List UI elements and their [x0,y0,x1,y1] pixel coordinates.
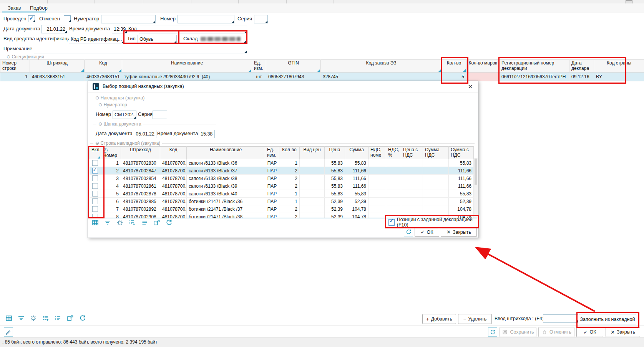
minus-icon: − [463,317,466,322]
barcode-input[interactable] [543,314,578,323]
invoice-row[interactable]: 4 4810787002861 481078700... сапоги /613… [90,182,474,190]
export-icon[interactable] [66,314,75,322]
modal-table-scrollbar[interactable] [474,158,478,218]
seriya-label: Серия [237,15,252,23]
plus-icon: + [426,317,429,322]
floppy-icon [502,329,508,335]
modal-title: Выбор позиций накладных (закупка) [103,84,184,89]
sklad-label: Склад [183,35,198,43]
tip-label: Тип [127,35,136,43]
gear-icon[interactable] [116,218,124,227]
nomer-input[interactable] [178,15,234,23]
vid-sredstva-input[interactable]: Код РБ идентификац... [69,35,124,43]
note-label: Примечание [3,45,32,53]
row-include-checkbox[interactable] [92,191,98,197]
modal-refresh-button[interactable] [404,228,413,236]
spec-table: Номер строки Штрихкод Код Наименование Е… [0,59,644,81]
invoice-row[interactable]: 2 4810787002847 481078700... сапоги /613… [90,167,474,175]
modal-invoice-positions: Выбор позиций накладных (закупка) ✕ ⊖ На… [88,81,478,238]
declaration-filter-control[interactable]: Позиции с заданной декларацией (F10) [388,218,478,226]
list-icon[interactable] [54,314,62,322]
invoice-row[interactable]: 1 4810787002830 481078700... сапоги /613… [90,159,474,167]
invoice-row[interactable]: 6 4810787002885 481078700... ботинки /21… [90,198,474,205]
nomer-column-header: ∧Номер [101,147,121,159]
refresh-icon[interactable] [78,314,87,322]
row-include-checkbox[interactable] [92,214,98,218]
numerator-input[interactable] [101,15,156,23]
x-icon: ✕ [611,330,615,335]
invoice-row[interactable]: 3 4810787002854 481078700... сапоги /613… [90,175,474,182]
kod-input[interactable] [139,25,247,33]
cancel-button[interactable]: Отменить [538,327,574,337]
invoice-row[interactable]: 5 4810787002878 481078700... сапоги /613… [90,190,474,198]
application-window: Заказ Подбор Проведен Отменен Нумератор … [0,0,644,347]
trash-icon [541,329,548,335]
proveden-label: Проведен [3,15,27,23]
declaration-filter-checkbox[interactable] [388,219,395,226]
numerator-group-title: ⊖ Нумератор [96,102,129,107]
proveden-checkbox[interactable] [28,15,35,22]
list-add-icon[interactable] [41,314,50,322]
spec-row[interactable]: 1 4603373683151 4603373683151 туфли комн… [0,73,644,81]
spec-header-row[interactable]: Номер строки Штрихкод Код Наименование Е… [0,60,644,73]
kod-label: Код [128,25,137,33]
tip-input[interactable]: Обувь [138,35,177,43]
add-button[interactable]: +Добавить [422,314,456,324]
modal-table-viewport: Вкл. ∧Номер Штрихкод Код Наименование Ед… [89,146,477,218]
modal-date-label: Дата документа [96,129,133,138]
tab-zakaz[interactable]: Заказ [5,3,23,12]
list-icon[interactable] [140,218,149,227]
modal-time-label: Время документа [157,129,198,138]
modal-nomer-input[interactable]: СМТ202... [113,111,136,119]
save-button[interactable]: Сохранить [500,327,536,337]
modal-ok-button[interactable]: ✓ОК [415,227,439,237]
close-button[interactable]: ✕Закрыть [606,327,640,337]
fill-from-invoice-button[interactable]: Заполнить из накладной [579,314,636,324]
check-icon: ✓ [584,330,588,335]
note-input[interactable] [34,45,247,53]
modal-header-row[interactable]: Вкл. ∧Номер Штрихкод Код Наименование Ед… [90,147,474,159]
refresh-icon[interactable] [165,218,173,227]
date-input[interactable]: 21.01.22 [41,25,67,33]
delete-button[interactable]: −Удалить [458,314,492,324]
sort-asc-icon: ∧ [103,148,108,153]
doc-header-group-title: ⊖ Шапка документа [96,121,143,127]
refresh-button[interactable] [488,327,497,337]
date-label: Дата документа [3,25,40,33]
modal-close-icon[interactable]: ✕ [466,83,474,91]
list-add-icon[interactable] [128,218,136,227]
ok-button[interactable]: ✓ОК [576,327,603,337]
modal-time-input[interactable]: 15:38 [199,130,215,138]
gear-icon[interactable] [29,314,38,322]
app-logo-icon [93,83,99,90]
vid-sredstva-label: Вид средства идентификации [3,35,73,43]
row-include-checkbox[interactable] [92,183,98,189]
modal-close-button[interactable]: ✕Закрыть [441,227,477,237]
row-include-checkbox[interactable] [92,168,98,174]
modal-title-bar[interactable]: Выбор позиций накладных (закупка) ✕ [88,81,478,93]
rows-group-title: ⊖ Строка накладной (закупка) [93,140,162,146]
grid-icon[interactable] [91,218,100,227]
modal-date-input[interactable]: 05.01.22 [132,130,156,138]
grid-icon[interactable] [5,314,13,322]
row-include-checkbox[interactable] [92,198,98,204]
sklad-input[interactable] [199,35,246,43]
export-icon[interactable] [153,218,161,227]
row-include-checkbox[interactable] [92,206,98,212]
time-label: Время документа [69,25,110,33]
row-include-checkbox[interactable] [92,175,98,181]
nomer-label: Номер [160,15,176,23]
otmenen-checkbox[interactable] [64,15,71,22]
seriya-input[interactable] [254,15,268,23]
invoice-group-title: ⊖ Накладная (закупка) [93,95,146,101]
row-include-checkbox[interactable] [92,160,98,166]
invoice-row[interactable]: 7 4810787002892 481078700... ботинки /21… [90,205,474,213]
filter-icon[interactable] [17,314,25,322]
tab-bar: Заказ Подбор [0,3,644,13]
time-input[interactable]: 12:39 [112,25,127,33]
declaration-filter-label: Позиции с заданной декларацией (F10) [397,217,478,228]
edit-button[interactable] [4,327,13,337]
filter-icon[interactable] [103,218,112,227]
modal-seriya-input[interactable] [153,111,167,119]
tab-podbor[interactable]: Подбор [28,3,50,12]
